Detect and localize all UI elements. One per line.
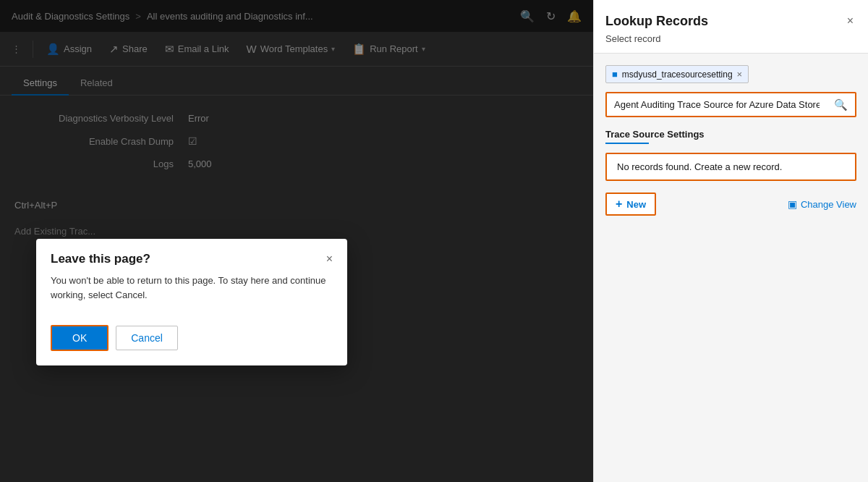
modal-title: Leave this page? <box>51 252 150 266</box>
search-button[interactable]: 🔍 <box>827 94 855 116</box>
search-box-container: 🔍 <box>605 92 856 117</box>
new-btn-plus-icon: + <box>616 198 622 211</box>
tag-chip-label: msdyusd_tracesourcesetting <box>622 69 733 80</box>
panel-body: ■ msdyusd_tracesourcesetting × 🔍 Trace S… <box>594 54 868 482</box>
section-underline <box>605 143 649 144</box>
panel-subtitle: Select record <box>605 33 856 44</box>
modal-body: You won't be able to return to this page… <box>36 274 347 316</box>
change-view-label: Change View <box>801 199 856 210</box>
section-label: Trace Source Settings <box>605 129 856 140</box>
tag-chip-icon: ■ <box>612 69 618 80</box>
cancel-button[interactable]: Cancel <box>116 326 178 350</box>
change-view-button[interactable]: ▣ Change View <box>788 198 856 210</box>
panel-close-button[interactable]: × <box>844 12 856 30</box>
new-button[interactable]: + New <box>605 193 656 216</box>
tag-chip: ■ msdyusd_tracesourcesetting × <box>605 65 749 83</box>
leave-page-modal: Leave this page? × You won't be able to … <box>36 239 347 365</box>
modal-header: Leave this page? × <box>36 239 347 274</box>
change-view-icon: ▣ <box>788 198 797 210</box>
tag-chip-close-button[interactable]: × <box>737 69 743 80</box>
modal-close-button[interactable]: × <box>326 253 333 266</box>
action-row: + New ▣ Change View <box>605 193 856 216</box>
panel-header: Lookup Records × Select record <box>594 0 868 54</box>
ok-button[interactable]: OK <box>51 325 109 351</box>
modal-footer: OK Cancel <box>36 316 347 365</box>
panel-title-row: Lookup Records × <box>605 12 856 30</box>
new-btn-label: New <box>626 199 646 210</box>
search-input[interactable] <box>607 93 827 116</box>
no-records-box: No records found. Create a new record. <box>605 153 856 181</box>
panel-title: Lookup Records <box>605 14 708 29</box>
right-panel: Lookup Records × Select record ■ msdyusd… <box>593 0 868 482</box>
